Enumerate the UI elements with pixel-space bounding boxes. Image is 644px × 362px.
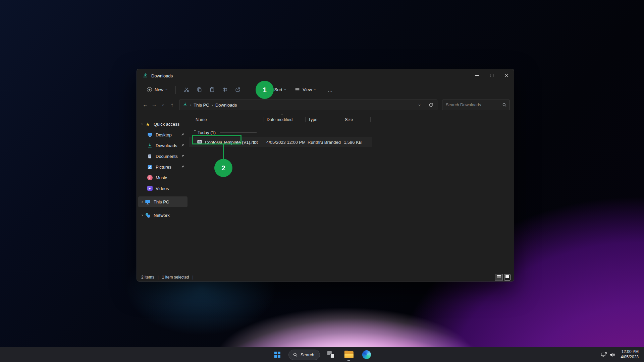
refresh-icon (428, 103, 433, 108)
column-headers: Name › Date modified Type Size (189, 115, 514, 124)
downloads-folder-icon (143, 73, 148, 79)
toolbar-separator (322, 86, 322, 94)
rename-button[interactable] (219, 84, 231, 96)
forward-button[interactable]: → (150, 100, 159, 110)
sidebar-gap (137, 207, 189, 210)
search-icon (293, 352, 298, 357)
view-button[interactable]: View › (292, 85, 318, 95)
windows-logo-icon (274, 352, 281, 358)
sidebar-item-documents[interactable]: Documents (138, 151, 187, 162)
file-type: Runthru Branded ... (305, 137, 341, 147)
navigation-bar: ← → › ↑ › This PC › Downloads › (137, 97, 514, 113)
sidebar-item-network[interactable]: › Network (138, 210, 187, 221)
minimize-button[interactable] (470, 69, 484, 82)
sidebar-item-desktop[interactable]: Desktop (138, 129, 187, 140)
system-tray[interactable] (599, 352, 618, 358)
this-pc-icon (145, 199, 151, 205)
column-header-date-modified[interactable]: › Date modified (264, 115, 305, 124)
annotation-highlight-box (192, 135, 241, 144)
see-more-button[interactable]: … (325, 84, 335, 95)
task-view-button[interactable] (324, 348, 338, 361)
address-dropdown-button[interactable]: › (415, 101, 424, 109)
chevron-down-icon[interactable]: › (140, 121, 144, 127)
breadcrumb-this-pc[interactable]: This PC (194, 103, 209, 108)
toolbar-separator (175, 86, 176, 94)
clock[interactable]: 12:00 PM 4/05/2023 (619, 349, 642, 360)
paste-icon (209, 87, 215, 93)
videos-icon: ▶ (147, 186, 153, 191)
recent-locations-button[interactable]: › (159, 100, 168, 110)
sidebar-item-music[interactable]: ♪ Music (138, 172, 187, 183)
music-icon: ♪ (147, 175, 153, 180)
back-button[interactable]: ← (141, 100, 150, 110)
cut-button[interactable] (180, 84, 193, 96)
sort-ascending-icon: › (280, 114, 283, 115)
chevron-right-icon[interactable]: › (212, 103, 213, 108)
command-bar: + New › Sort › View › … (137, 82, 514, 97)
selection-count: 1 item selected (162, 275, 189, 280)
copy-button[interactable] (193, 84, 206, 96)
sidebar-item-videos[interactable]: ▶ Videos (138, 183, 187, 194)
paste-button[interactable] (206, 84, 219, 96)
refresh-button[interactable] (426, 101, 435, 109)
sort-label: Sort (274, 87, 282, 92)
search-box[interactable] (442, 100, 510, 110)
close-button[interactable] (499, 69, 514, 82)
running-app-indicator (347, 360, 350, 361)
rename-icon (222, 87, 228, 93)
file-explorer-taskbar-button[interactable] (342, 348, 356, 361)
annotation-step-1-badge: 1 (256, 81, 274, 99)
chevron-down-icon: › (165, 89, 168, 90)
chevron-right-icon[interactable]: › (190, 103, 191, 108)
downloads-icon (147, 143, 153, 148)
pin-icon (181, 165, 185, 170)
breadcrumb-downloads[interactable]: Downloads (215, 103, 237, 108)
network-icon (145, 213, 151, 218)
edge-taskbar-button[interactable] (360, 348, 373, 361)
arrow-left-icon: ← (143, 102, 148, 108)
clock-date: 4/05/2023 (621, 355, 639, 360)
start-button[interactable] (271, 348, 284, 361)
chevron-right-icon[interactable]: › (140, 213, 145, 217)
sidebar-item-downloads[interactable]: Downloads (138, 140, 187, 151)
sidebar-item-this-pc[interactable]: › This PC (138, 196, 187, 207)
arrow-right-icon: → (152, 102, 157, 108)
pictures-icon (147, 164, 153, 170)
desktop-icon (147, 132, 153, 138)
new-label: New (155, 87, 163, 92)
pin-icon (181, 154, 185, 159)
maximize-icon (490, 74, 493, 77)
item-count: 2 items (141, 275, 154, 280)
large-thumbnails-view-button[interactable] (504, 274, 511, 281)
address-bar[interactable]: › This PC › Downloads › (179, 100, 437, 110)
details-view-button[interactable] (495, 274, 503, 281)
share-button[interactable] (231, 84, 244, 96)
sidebar-item-quick-access[interactable]: › ★ Quick access (138, 119, 187, 129)
file-size: 1,586 KB (341, 137, 369, 147)
pin-icon (181, 132, 185, 137)
sidebar-item-pictures[interactable]: Pictures (138, 162, 187, 172)
column-divider[interactable] (370, 117, 371, 122)
new-button[interactable]: + New › (144, 85, 171, 94)
group-label: Today (1) (198, 130, 216, 135)
network-status-icon[interactable] (601, 352, 607, 358)
up-button[interactable]: ↑ (168, 100, 177, 110)
status-separator: | (158, 275, 159, 280)
annotation-connector-line (223, 144, 224, 159)
edge-browser-icon (362, 350, 371, 359)
volume-icon[interactable] (609, 352, 615, 358)
group-divider-line (220, 132, 257, 133)
column-header-name[interactable]: Name (192, 115, 264, 124)
chevron-down-icon[interactable]: › (193, 130, 197, 135)
maximize-button[interactable] (484, 69, 499, 82)
column-header-size[interactable]: Size (342, 115, 370, 124)
search-input[interactable] (446, 103, 502, 107)
taskbar: Search 12:00 PM 4/05/2023 (0, 347, 644, 362)
chevron-right-icon[interactable]: › (140, 200, 145, 204)
taskbar-search-button[interactable]: Search (288, 350, 320, 360)
search-icon (502, 103, 507, 107)
column-header-type[interactable]: Type (306, 115, 342, 124)
title-bar[interactable]: Downloads (137, 69, 514, 82)
status-separator: | (193, 275, 194, 280)
share-icon (235, 87, 240, 93)
